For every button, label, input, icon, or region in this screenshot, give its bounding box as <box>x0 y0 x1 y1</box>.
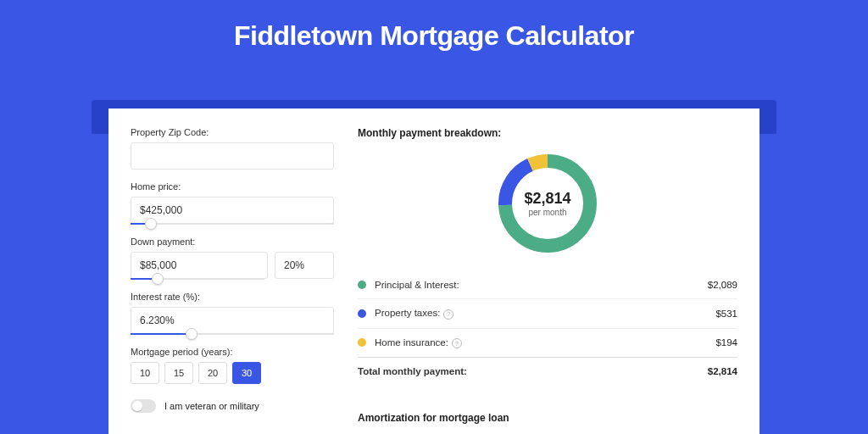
legend-row: Property taxes:?$531 <box>358 298 737 328</box>
total-value: $2,814 <box>708 366 737 376</box>
breakdown-panel: Monthly payment breakdown: $2,814 per mo… <box>358 127 737 434</box>
legend-value: $194 <box>715 337 737 348</box>
donut-amount: $2,814 <box>524 190 570 208</box>
slider-thumb[interactable] <box>145 218 157 230</box>
zip-group: Property Zip Code: <box>131 127 334 170</box>
legend-value: $531 <box>715 309 737 319</box>
donut-center: $2,814 per month <box>495 151 600 256</box>
toggle-knob <box>132 401 142 411</box>
legend-label: Property taxes:? <box>375 308 715 320</box>
legend-dot <box>358 281 366 289</box>
donut-chart: $2,814 per month <box>495 151 600 256</box>
legend-label: Principal & Interest: <box>375 280 708 290</box>
info-icon[interactable]: ? <box>452 338 462 348</box>
legend-row: Principal & Interest:$2,089 <box>358 271 737 298</box>
total-label: Total monthly payment: <box>358 366 708 376</box>
down-payment-input[interactable] <box>131 252 268 279</box>
page-title: Fiddletown Mortgage Calculator <box>0 0 868 67</box>
legend-value: $2,089 <box>708 280 737 290</box>
legend-label: Home insurance:? <box>375 337 715 349</box>
legend-row: Home insurance:?$194 <box>358 328 737 358</box>
calculator-card: Property Zip Code: Home price: Down paym… <box>108 108 760 434</box>
period-group: Mortgage period (years): 10152030 <box>131 347 334 384</box>
home-price-label: Home price: <box>131 181 334 192</box>
period-button-15[interactable]: 15 <box>164 362 193 384</box>
home-price-input[interactable] <box>131 197 334 224</box>
rate-input[interactable] <box>131 307 334 334</box>
period-button-10[interactable]: 10 <box>131 362 159 384</box>
total-row: Total monthly payment: $2,814 <box>358 357 737 385</box>
donut-wrap: $2,814 per month <box>358 151 737 256</box>
legend-dot <box>358 309 366 318</box>
breakdown-title: Monthly payment breakdown: <box>358 127 737 139</box>
info-icon[interactable]: ? <box>443 309 453 320</box>
veteran-label: I am veteran or military <box>164 401 259 411</box>
veteran-row: I am veteran or military <box>131 399 334 413</box>
inputs-panel: Property Zip Code: Home price: Down paym… <box>131 127 334 434</box>
rate-label: Interest rate (%): <box>131 292 334 302</box>
slider-fill <box>131 333 192 335</box>
period-button-30[interactable]: 30 <box>232 362 261 384</box>
slider-thumb[interactable] <box>186 328 198 340</box>
down-payment-group: Down payment: <box>131 236 334 280</box>
rate-group: Interest rate (%): <box>131 292 334 335</box>
legend: Principal & Interest:$2,089Property taxe… <box>358 271 737 357</box>
down-payment-label: Down payment: <box>131 236 334 247</box>
home-price-slider[interactable] <box>131 223 334 225</box>
home-price-group: Home price: <box>131 181 334 225</box>
period-label: Mortgage period (years): <box>131 347 334 357</box>
period-buttons: 10152030 <box>131 362 334 384</box>
rate-slider[interactable] <box>131 333 334 335</box>
slider-thumb[interactable] <box>152 273 164 285</box>
amortization-title: Amortization for mortgage loan <box>358 412 737 424</box>
zip-label: Property Zip Code: <box>131 127 334 137</box>
down-payment-pct-input[interactable] <box>275 252 334 279</box>
period-button-20[interactable]: 20 <box>198 362 227 384</box>
zip-input[interactable] <box>131 142 334 170</box>
veteran-toggle[interactable] <box>131 399 156 413</box>
amortization-section: Amortization for mortgage loan Amortizat… <box>358 400 737 434</box>
donut-sub: per month <box>528 208 566 217</box>
legend-dot <box>358 338 366 347</box>
down-payment-slider[interactable] <box>131 278 264 280</box>
